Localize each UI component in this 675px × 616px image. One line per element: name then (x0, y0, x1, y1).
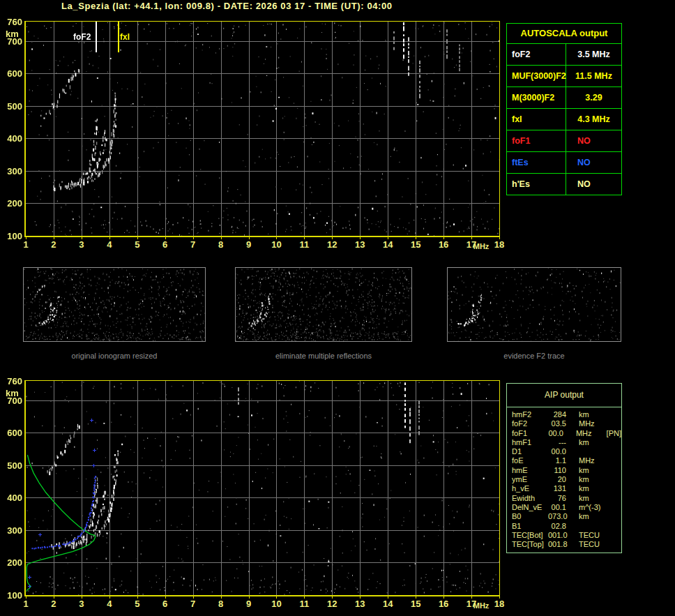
autoscala-row-ftEs: ftEsNO (507, 152, 621, 174)
autoscala-row-M(3000)F2: M(3000)F23.29 (507, 87, 621, 109)
x-axis-tick-10: 10 (268, 599, 285, 609)
aip-param-note: [PN] (607, 429, 621, 438)
top-ionogram-plot (24, 21, 500, 237)
aip-param-unit: km (579, 438, 609, 447)
aip-param-value: 00.0 (548, 447, 566, 456)
aip-table-rows: hmF2284kmfoF203.5MHzfoF100.0MHz[PN]hmF1-… (507, 407, 621, 553)
x-axis-tick-16: 16 (435, 239, 452, 250)
autoscala-param-value: 4.3 MHz (566, 109, 621, 130)
aip-param-value: 00.0 (546, 429, 563, 438)
y-axis-tick-200: 200 (2, 198, 22, 209)
x-axis-tickmark (360, 596, 361, 599)
aip-row-TEC[Top]: TEC[Top]001.8TECU (507, 540, 621, 549)
autoscala-param-label: M(3000)F2 (507, 87, 566, 108)
autoscala-param-label: h'Es (507, 174, 566, 195)
x-axis-tickmark (276, 237, 277, 239)
thumbnail-original-canvas (24, 268, 205, 341)
x-axis-tickmark (54, 237, 54, 239)
thumbnail-evidence-f2 (447, 267, 621, 342)
x-axis-tickmark (499, 237, 500, 239)
x-axis-tickmark (82, 596, 82, 599)
aip-param-value: 03.5 (548, 419, 566, 428)
autoscala-param-label: ftEs (507, 152, 566, 173)
aip-param-name: foE (512, 456, 548, 465)
autoscala-param-label: foF1 (507, 130, 566, 151)
aip-row-B0: B0073.0km (507, 512, 621, 521)
x-axis-tick-3: 3 (73, 239, 90, 250)
x-axis-tick-9: 9 (241, 599, 257, 609)
aip-param-name: hmF1 (512, 438, 548, 447)
aip-param-name: DelN_vE (512, 503, 548, 512)
x-axis-tick-12: 12 (324, 599, 340, 609)
aip-row-TEC[Bot]: TEC[Bot]001.0TECU (507, 531, 621, 540)
y-axis-tick-300: 300 (2, 166, 22, 176)
x-axis-tick-15: 15 (407, 239, 424, 250)
autoscala-param-label: MUF(3000)F2 (507, 66, 566, 87)
autoscala-table-rows: foF23.5 MHzMUF(3000)F211.5 MHzM(3000)F23… (507, 44, 621, 195)
bottom-ionogram-canvas (26, 381, 499, 595)
thumbnail-eliminate-reflections (235, 267, 412, 342)
x-axis-tick-4: 4 (101, 239, 118, 250)
aip-row-foE: foE1.1MHz (507, 456, 621, 465)
x-axis-tick-13: 13 (351, 239, 368, 250)
x-axis-tickmark (193, 596, 194, 599)
aip-param-name: TEC[Bot] (512, 531, 548, 540)
x-axis-tickmark (388, 596, 388, 599)
autoscala-param-value: NO (566, 152, 621, 173)
aip-param-name: Ewidth (512, 494, 548, 503)
x-axis-tickmark (332, 596, 333, 599)
x-axis-tickmark (360, 237, 361, 239)
x-axis-unit-label: MHz (469, 601, 493, 610)
aip-param-value: 001.8 (548, 540, 566, 549)
x-axis-tickmark (137, 237, 138, 239)
aip-param-value: 110 (548, 466, 566, 475)
aip-param-unit: m^(-3) (579, 503, 609, 512)
autoscala-row-fxI: fxI4.3 MHz (507, 109, 621, 130)
x-axis-tickmark (471, 237, 472, 239)
y-axis-tick-760: 760 (2, 376, 22, 386)
aip-row-Ewidth: Ewidth76km (507, 494, 621, 503)
aip-param-unit: km (579, 475, 609, 484)
fxi-marker-label: fxI (120, 32, 130, 42)
autoscala-row-MUF(3000)F2: MUF(3000)F211.5 MHz (507, 66, 621, 87)
aip-param-name: B1 (512, 522, 548, 531)
x-axis-tickmark (26, 237, 26, 239)
y-axis-tick-760: 760 (2, 17, 22, 27)
aip-row-hmE: hmE110km (507, 466, 621, 475)
x-axis-tickmark (82, 237, 82, 239)
x-axis-tick-5: 5 (129, 239, 146, 250)
x-axis-tickmark (416, 596, 416, 599)
autoscala-param-value: 11.5 MHz (566, 66, 621, 87)
aip-param-name: ymE (512, 475, 548, 484)
x-axis-tick-6: 6 (157, 599, 174, 609)
x-axis-tick-8: 8 (213, 239, 229, 250)
x-axis-tick-11: 11 (296, 239, 312, 250)
aip-param-value: --- (548, 438, 566, 447)
x-axis-tickmark (249, 596, 250, 599)
y-axis-tick-600: 600 (2, 428, 22, 438)
aip-param-name: D1 (512, 447, 548, 456)
x-axis-tick-7: 7 (185, 599, 202, 609)
aip-row-D1: D100.0 (507, 447, 621, 456)
aip-row-hmF2: hmF2284km (507, 410, 621, 419)
caption-original-ionogram: original ionogram resized (23, 352, 206, 360)
aip-param-unit: MHz (579, 419, 609, 428)
x-axis-tickmark (249, 237, 250, 239)
fof2-marker-label: foF2 (73, 32, 91, 42)
x-axis-tickmark (165, 237, 166, 239)
x-axis-tick-18: 18 (491, 599, 508, 609)
aip-param-unit (579, 447, 609, 456)
aip-param-value: 00.1 (548, 503, 566, 512)
thumbnail-original-ionogram (23, 267, 206, 342)
aip-param-unit: km (579, 512, 609, 521)
aip-row-B1: B102.8 (507, 522, 621, 531)
aip-param-value: 001.0 (548, 531, 566, 540)
autoscala-param-value: NO (566, 130, 621, 151)
aip-param-unit: TECU (579, 531, 609, 540)
x-axis-tick-2: 2 (45, 599, 62, 609)
y-axis-tick-500: 500 (2, 101, 22, 112)
x-axis-tickmark (54, 596, 54, 599)
x-axis-tickmark (221, 237, 222, 239)
station-title: La_Spezia (lat: +44.1, lon: 009.8) - DAT… (61, 1, 393, 11)
thumbnail-eliminate-canvas (236, 268, 411, 341)
